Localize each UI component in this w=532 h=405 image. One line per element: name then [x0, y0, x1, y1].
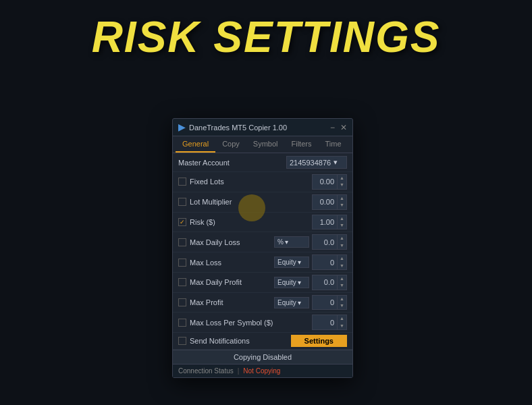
max-daily-profit-text: Max Daily Profit [190, 278, 242, 286]
lot-multiplier-input[interactable]: 0.00 ▲ ▼ [312, 194, 347, 210]
max-daily-profit-dropdown-value: Equity [277, 279, 296, 286]
max-loss-controls: Equity ▾ 0 ▲ ▼ [274, 254, 347, 270]
send-notifications-row: Send Notifications Settings [173, 333, 352, 350]
max-daily-loss-up-arrow[interactable]: ▲ [338, 235, 346, 242]
max-daily-loss-dropdown[interactable]: % ▾ [274, 236, 309, 248]
tab-filters[interactable]: Filters [285, 136, 319, 153]
max-loss-spinner[interactable]: ▲ ▼ [337, 255, 346, 269]
settings-button[interactable]: Settings [291, 335, 347, 347]
lot-multiplier-checkbox[interactable] [178, 198, 186, 206]
risk-row: ✓ Risk ($) 1.00 ▲ ▼ [173, 213, 352, 233]
max-profit-up-arrow[interactable]: ▲ [338, 296, 346, 302]
risk-input[interactable]: 1.00 ▲ ▼ [312, 215, 347, 230]
send-notifications-text: Send Notifications [190, 337, 250, 345]
risk-value: 1.00 [313, 217, 337, 227]
tab-general[interactable]: General [176, 136, 215, 153]
max-loss-dropdown-value: Equity [277, 259, 296, 266]
max-profit-dropdown-icon: ▾ [298, 299, 301, 306]
risk-down-arrow[interactable]: ▼ [338, 222, 346, 229]
master-account-row: Master Account 2145934876 ▾ [173, 153, 352, 172]
max-loss-per-symbol-down-arrow[interactable]: ▼ [338, 323, 346, 329]
max-profit-spinner[interactable]: ▲ ▼ [337, 296, 346, 310]
max-daily-profit-dropdown-icon: ▾ [298, 279, 301, 286]
tab-time[interactable]: Time [318, 136, 348, 153]
title-bar: ▶ DaneTrades MT5 Copier 1.00 − ✕ [173, 119, 352, 136]
max-loss-dropdown-icon: ▾ [298, 259, 301, 266]
max-loss-down-arrow[interactable]: ▼ [338, 263, 346, 269]
max-daily-profit-spinner[interactable]: ▲ ▼ [337, 275, 346, 290]
fixed-lots-text: Fixed Lots [190, 178, 224, 186]
risk-text: Risk ($) [190, 218, 215, 226]
lot-multiplier-label: Lot Multiplier [178, 198, 312, 206]
lot-multiplier-up-arrow[interactable]: ▲ [338, 195, 346, 202]
send-notifications-label: Send Notifications [178, 337, 291, 345]
tab-symbol[interactable]: Symbol [246, 136, 285, 153]
risk-checkbox[interactable]: ✓ [178, 218, 186, 226]
max-loss-per-symbol-checkbox[interactable] [178, 319, 186, 327]
app-logo-icon: ▶ [178, 122, 185, 132]
max-profit-checkbox[interactable] [178, 298, 186, 306]
not-copying-label: Not Copying [243, 367, 280, 375]
max-loss-per-symbol-row: Max Loss Per Symbol ($) 0 ▲ ▼ [173, 313, 352, 333]
max-loss-per-symbol-input[interactable]: 0 ▲ ▼ [312, 315, 347, 330]
max-loss-per-symbol-up-arrow[interactable]: ▲ [338, 315, 346, 322]
copy-disabled-label: Copying Disabled [234, 353, 292, 361]
fixed-lots-down-arrow[interactable]: ▼ [338, 182, 346, 188]
max-profit-value: 0 [313, 297, 337, 308]
max-loss-per-symbol-spinner[interactable]: ▲ ▼ [337, 315, 346, 329]
close-button[interactable]: ✕ [340, 124, 347, 132]
max-loss-dropdown[interactable]: Equity ▾ [274, 256, 309, 268]
title-bar-left: ▶ DaneTrades MT5 Copier 1.00 [178, 122, 287, 132]
max-profit-input[interactable]: 0 ▲ ▼ [312, 295, 347, 310]
copy-disabled-bar: Copying Disabled [173, 350, 352, 364]
max-daily-profit-dropdown[interactable]: Equity ▾ [274, 277, 309, 288]
risk-up-arrow[interactable]: ▲ [338, 215, 346, 222]
minimize-button[interactable]: − [330, 124, 335, 132]
master-account-value: 2145934876 [290, 159, 331, 167]
app-window: ▶ DaneTrades MT5 Copier 1.00 − ✕ General… [172, 118, 353, 378]
title-bar-controls: − ✕ [330, 124, 347, 132]
fixed-lots-checkbox[interactable] [178, 178, 186, 186]
max-daily-profit-input[interactable]: 0.0 ▲ ▼ [312, 275, 347, 290]
max-loss-checkbox[interactable] [178, 259, 186, 267]
max-daily-loss-controls: % ▾ 0.0 ▲ ▼ [274, 234, 347, 250]
fixed-lots-value: 0.00 [313, 176, 337, 187]
max-profit-row: Max Profit Equity ▾ 0 ▲ ▼ [173, 293, 352, 313]
max-loss-per-symbol-label: Max Loss Per Symbol ($) [178, 319, 312, 327]
max-loss-input[interactable]: 0 ▲ ▼ [312, 254, 347, 270]
max-daily-profit-label: Max Daily Profit [178, 278, 274, 286]
fixed-lots-label: Fixed Lots [178, 178, 312, 186]
max-daily-loss-down-arrow[interactable]: ▼ [338, 242, 346, 249]
max-loss-per-symbol-value: 0 [313, 317, 337, 328]
max-loss-per-symbol-text: Max Loss Per Symbol ($) [190, 319, 273, 327]
page-title-area: RISK SETTINGS [0, 0, 532, 69]
send-notifications-checkbox[interactable] [178, 337, 186, 345]
max-daily-profit-down-arrow[interactable]: ▼ [338, 282, 346, 289]
max-profit-down-arrow[interactable]: ▼ [338, 302, 346, 309]
lot-multiplier-row: Lot Multiplier 0.00 ▲ ▼ [173, 192, 352, 213]
max-daily-loss-spinner[interactable]: ▲ ▼ [337, 235, 346, 249]
max-daily-loss-checkbox[interactable] [178, 238, 186, 246]
risk-spinner[interactable]: ▲ ▼ [337, 215, 346, 230]
max-daily-profit-value: 0.0 [313, 277, 337, 288]
max-profit-text: Max Profit [190, 298, 223, 306]
fixed-lots-row: Fixed Lots 0.00 ▲ ▼ [173, 172, 352, 192]
max-loss-label: Max Loss [178, 259, 274, 267]
fixed-lots-spinner[interactable]: ▲ ▼ [337, 175, 346, 189]
master-account-select[interactable]: 2145934876 ▾ [286, 156, 347, 169]
max-daily-loss-text: Max Daily Loss [190, 238, 240, 246]
status-separator: | [238, 367, 240, 375]
max-profit-dropdown[interactable]: Equity ▾ [274, 297, 309, 308]
max-daily-profit-checkbox[interactable] [178, 278, 186, 286]
tab-copy[interactable]: Copy [215, 136, 246, 153]
max-loss-row: Max Loss Equity ▾ 0 ▲ ▼ [173, 252, 352, 273]
app-title: DaneTrades MT5 Copier 1.00 [189, 124, 287, 132]
fixed-lots-input[interactable]: 0.00 ▲ ▼ [312, 174, 347, 190]
max-loss-up-arrow[interactable]: ▲ [338, 255, 346, 262]
lot-multiplier-spinner[interactable]: ▲ ▼ [337, 195, 346, 209]
content-area: Master Account 2145934876 ▾ Fixed Lots 0… [173, 153, 352, 377]
lot-multiplier-down-arrow[interactable]: ▼ [338, 202, 346, 209]
fixed-lots-up-arrow[interactable]: ▲ [338, 175, 346, 182]
max-daily-loss-input[interactable]: 0.0 ▲ ▼ [312, 234, 347, 250]
max-daily-profit-up-arrow[interactable]: ▲ [338, 275, 346, 282]
